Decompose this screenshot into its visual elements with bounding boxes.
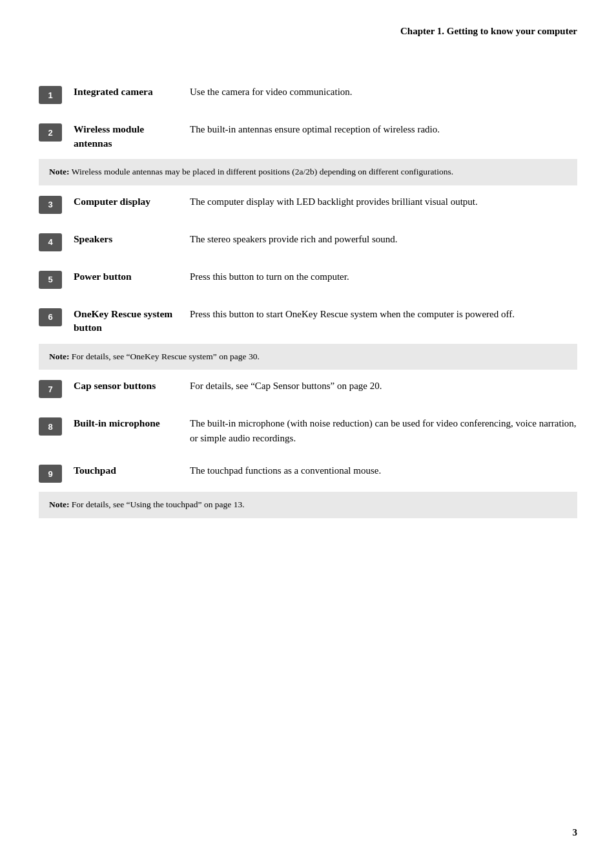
item-number-badge: 6 [39,308,62,326]
list-item: 8Built-in microphoneThe built-in microph… [39,407,577,454]
note-label: Note: [49,352,72,361]
note-text: Wireless module antennas may be placed i… [72,167,453,176]
note-row: Note: For details, see “OneKey Rescue sy… [39,344,577,370]
item-term: Computer display [74,195,177,209]
page-header: Chapter 1. Getting to know your computer [39,26,577,43]
list-item: 7Cap sensor buttonsFor details, see “Cap… [39,370,577,407]
item-description: For details, see “Cap Sensor buttons” on… [190,379,577,394]
item-term: Power button [74,269,177,284]
item-number-badge: 8 [39,417,62,436]
item-description: Use the camera for video communication. [190,85,577,100]
item-number-badge: 9 [39,465,62,483]
list-item: 5Power buttonPress this button to turn o… [39,260,577,298]
note-text: For details, see “Using the touchpad” on… [72,500,245,509]
list-item: 3Computer displayThe computer display wi… [39,185,577,223]
item-description: The touchpad functions as a conventional… [190,463,577,478]
note-row: Note: Wireless module antennas may be pl… [39,159,577,185]
list-item: 6OneKey Rescue system buttonPress this b… [39,298,577,344]
item-term: OneKey Rescue system button [74,307,177,335]
note-row: Note: For details, see “Using the touchp… [39,492,577,518]
note-label: Note: [49,500,72,509]
item-description: The built-in microphone (with noise redu… [190,416,577,445]
list-item: 4SpeakersThe stereo speakers provide ric… [39,223,577,260]
item-term: Touchpad [74,463,177,478]
item-description: The built-in antennas ensure optimal rec… [190,122,577,137]
item-number-badge: 1 [39,86,62,104]
list-item: 2Wireless module antennasThe built-in an… [39,113,577,159]
items-list: 1Integrated cameraUse the camera for vid… [39,76,577,518]
item-number-badge: 2 [39,123,62,142]
item-number-badge: 3 [39,196,62,214]
item-term: Cap sensor buttons [74,379,177,393]
item-term: Built-in microphone [74,416,177,430]
note-label: Note: [49,167,72,176]
item-number-badge: 5 [39,271,62,289]
item-term: Speakers [74,232,177,246]
item-number-badge: 4 [39,233,62,251]
chapter-title: Chapter 1. Getting to know your computer [400,26,577,36]
item-term: Integrated camera [74,85,177,99]
item-number-badge: 7 [39,380,62,398]
note-text: For details, see “OneKey Rescue system” … [72,352,260,361]
item-description: The stereo speakers provide rich and pow… [190,232,577,247]
item-description: The computer display with LED backlight … [190,195,577,209]
item-term: Wireless module antennas [74,122,177,150]
page-number: 3 [573,827,578,838]
item-description: Press this button to turn on the compute… [190,269,577,284]
list-item: 9TouchpadThe touchpad functions as a con… [39,454,577,492]
item-description: Press this button to start OneKey Rescue… [190,307,577,322]
list-item: 1Integrated cameraUse the camera for vid… [39,76,577,113]
